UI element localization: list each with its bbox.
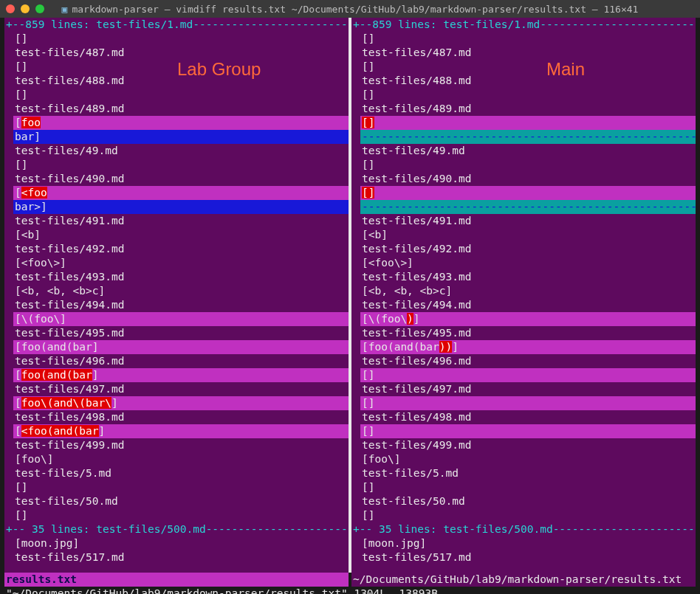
diff-line: test-files/5.md: [13, 466, 349, 480]
diff-line: []: [360, 32, 696, 46]
diff-line: []: [360, 186, 696, 200]
diff-line: ----------------------------------------…: [360, 130, 696, 144]
diff-line: []: [13, 88, 349, 102]
diff-line: [<b, <b, <b>c]: [360, 284, 696, 298]
minimize-icon[interactable]: [21, 4, 30, 13]
fold-line[interactable]: +--859 lines: test-files/1.md-----------…: [360, 18, 696, 32]
diff-line: test-files/488.md: [360, 74, 696, 88]
diff-line: test-files/492.md: [360, 242, 696, 256]
diff-line: test-files/50.md: [13, 494, 349, 508]
window-titlebar: ▣ markdown-parser — vimdiff results.txt …: [0, 0, 700, 18]
scrollbar[interactable]: [696, 18, 700, 594]
diff-line: test-files/490.md: [360, 172, 696, 186]
diff-line: test-files/49.md: [360, 144, 696, 158]
folder-icon: ▣: [62, 4, 68, 15]
diff-line: [foo\]: [360, 452, 696, 466]
diff-line: test-files/517.md: [360, 550, 696, 564]
diff-line: test-files/498.md: [13, 410, 349, 424]
diff-line: test-files/496.md: [13, 354, 349, 368]
diff-line: test-files/487.md: [13, 46, 349, 60]
diff-line: [<foo: [13, 186, 349, 200]
diff-line: test-files/495.md: [13, 326, 349, 340]
diff-line: test-files/488.md: [13, 74, 349, 88]
diff-line: []: [360, 88, 696, 102]
diff-line: test-files/492.md: [13, 242, 349, 256]
diff-line: []: [360, 60, 696, 74]
diff-line: test-files/495.md: [360, 326, 696, 340]
diff-line: [<foo\>]: [360, 256, 696, 270]
diff-line: test-files/491.md: [360, 214, 696, 228]
fold-line[interactable]: +--859 lines: test-files/1.md-----------…: [13, 18, 349, 32]
diff-line: test-files/497.md: [360, 382, 696, 396]
diff-line: [moon.jpg]: [360, 536, 696, 550]
gutter: [4, 18, 13, 573]
status-right: ~/Documents/GitHub/lab9/markdown-parser/…: [351, 573, 696, 587]
diff-line: test-files/490.md: [13, 172, 349, 186]
command-line: "~/Documents/GitHub/lab9/markdown-parser…: [0, 587, 700, 594]
diff-line: test-files/517.md: [13, 550, 349, 564]
diff-line: test-files/497.md: [13, 382, 349, 396]
diff-line: []: [360, 480, 696, 494]
diff-line: [<b, <b, <b>c]: [13, 284, 349, 298]
diff-line: [moon.jpg]: [13, 536, 349, 550]
diff-line: test-files/498.md: [360, 410, 696, 424]
traffic-lights: [6, 4, 44, 13]
diff-line: test-files/493.md: [13, 270, 349, 284]
diff-line: [<foo(and(bar]: [13, 424, 349, 438]
diff-line: [foo\]: [13, 452, 349, 466]
diff-line: test-files/499.md: [360, 438, 696, 452]
diff-line: [foo\(and\(bar\]: [13, 396, 349, 410]
diff-line: [foo(and(bar]: [13, 368, 349, 382]
gutter: [351, 18, 360, 573]
diff-line: [<b]: [13, 228, 349, 242]
diff-line: []: [13, 480, 349, 494]
title-label: markdown-parser — vimdiff results.txt ~/…: [72, 4, 638, 15]
maximize-icon[interactable]: [35, 4, 44, 13]
diff-line: [foo(and(bar))]: [360, 340, 696, 354]
diff-line: ----------------------------------------…: [360, 200, 696, 214]
fold-line[interactable]: +-- 35 lines: test-files/500.md---------…: [360, 522, 696, 536]
diff-line: test-files/489.md: [13, 102, 349, 116]
diff-line: []: [360, 158, 696, 172]
diff-line: test-files/5.md: [360, 466, 696, 480]
diff-line: test-files/496.md: [360, 354, 696, 368]
diff-line: [foo(and(bar]: [13, 340, 349, 354]
diff-line: bar>]: [13, 200, 349, 214]
diff-line: test-files/49.md: [13, 144, 349, 158]
diff-line: test-files/487.md: [360, 46, 696, 60]
status-row: results.txt ~/Documents/GitHub/lab9/mark…: [0, 573, 700, 587]
diff-line: [foo: [13, 116, 349, 130]
diff-line: bar]: [13, 130, 349, 144]
diff-line: test-files/489.md: [360, 102, 696, 116]
diff-line: []: [360, 508, 696, 522]
diff-line: []: [360, 116, 696, 130]
fold-line[interactable]: +-- 35 lines: test-files/500.md---------…: [13, 522, 349, 536]
diff-line: test-files/499.md: [13, 438, 349, 452]
right-pane[interactable]: +--859 lines: test-files/1.md-----------…: [351, 18, 696, 573]
diff-line: test-files/50.md: [360, 494, 696, 508]
diff-line: []: [13, 32, 349, 46]
diff-line: test-files/493.md: [360, 270, 696, 284]
right-content: +--859 lines: test-files/1.md-----------…: [360, 18, 696, 564]
diff-line: []: [360, 424, 696, 438]
diff-line: []: [360, 368, 696, 382]
window-title: ▣ markdown-parser — vimdiff results.txt …: [62, 4, 639, 15]
diff-line: []: [360, 396, 696, 410]
status-left: results.txt: [4, 573, 349, 587]
diff-line: [<b]: [360, 228, 696, 242]
diff-line: [\(foo\]: [13, 312, 349, 326]
left-pane[interactable]: +--859 lines: test-files/1.md-----------…: [4, 18, 349, 573]
diff-line: []: [13, 158, 349, 172]
diff-line: [<foo\>]: [13, 256, 349, 270]
diff-line: []: [13, 508, 349, 522]
diff-panes: +--859 lines: test-files/1.md-----------…: [0, 18, 700, 573]
left-content: +--859 lines: test-files/1.md-----------…: [13, 18, 349, 564]
diff-line: test-files/491.md: [13, 214, 349, 228]
diff-line: []: [13, 60, 349, 74]
diff-line: test-files/494.md: [360, 298, 696, 312]
diff-line: test-files/494.md: [13, 298, 349, 312]
close-icon[interactable]: [6, 4, 15, 13]
diff-line: [\(foo\)]: [360, 312, 696, 326]
